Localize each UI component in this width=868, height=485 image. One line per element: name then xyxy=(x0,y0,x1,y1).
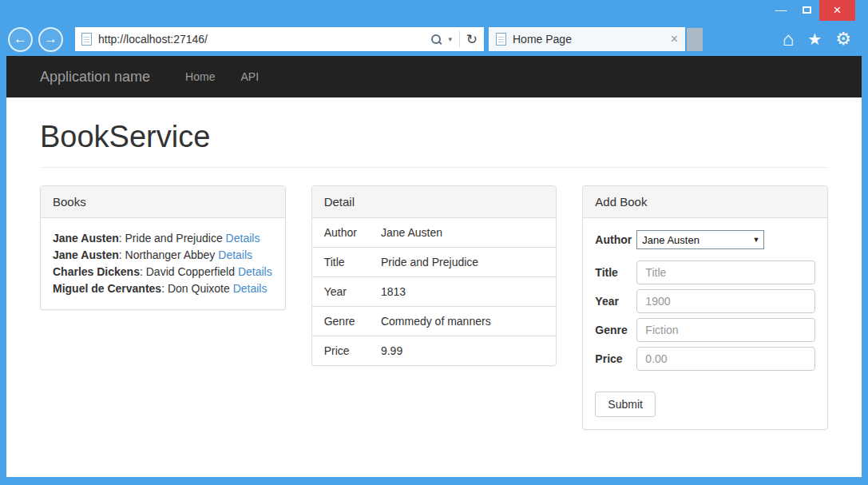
book-list-item: Jane Austen: Northanger Abbey Details xyxy=(53,247,273,264)
book-details-link[interactable]: Details xyxy=(226,232,260,244)
detail-value: 9.99 xyxy=(369,336,556,366)
book-details-link[interactable]: Details xyxy=(238,265,272,278)
address-bar-divider xyxy=(459,31,460,47)
book-author: Charles Dickens xyxy=(53,265,140,278)
year-input[interactable] xyxy=(636,289,815,313)
maximize-icon xyxy=(803,6,811,14)
book-title: Pride and Prejudice xyxy=(125,232,223,244)
search-icon[interactable] xyxy=(430,34,442,46)
close-icon: × xyxy=(834,2,842,18)
book-title: David Copperfield xyxy=(146,265,235,278)
navbar-brand[interactable]: Application name xyxy=(40,69,150,85)
search-dropdown-caret-icon[interactable]: ▼ xyxy=(447,36,454,43)
detail-value: 1813 xyxy=(369,277,556,307)
book-author: Miguel de Cervantes xyxy=(53,282,161,295)
refresh-icon[interactable]: ↻ xyxy=(466,33,478,46)
price-input[interactable] xyxy=(636,347,815,371)
nav-api-link[interactable]: API xyxy=(240,70,259,83)
book-title: Northanger Abbey xyxy=(125,248,216,261)
tab-page-icon xyxy=(496,33,506,46)
books-list: Jane Austen: Pride and Prejudice Details… xyxy=(41,218,285,309)
book-author: Jane Austen xyxy=(53,248,119,261)
browser-window: — × ← → http://localhost:27146/ ▼ ↻ xyxy=(0,0,868,485)
book-details-link[interactable]: Details xyxy=(233,282,268,295)
book-list-item: Charles Dickens: David Copperfield Detai… xyxy=(53,264,273,280)
detail-row: Genre Commedy of manners xyxy=(312,307,557,336)
detail-table: Author Jane Austen Title Pride and Preju… xyxy=(312,218,557,365)
title-bar: — × xyxy=(0,0,868,26)
app-navbar: Application name Home API xyxy=(6,56,862,97)
year-field-row: Year xyxy=(595,289,815,313)
maximize-button[interactable] xyxy=(794,0,819,19)
settings-gear-icon[interactable]: ⚙ xyxy=(835,30,851,48)
price-field-row: Price xyxy=(595,347,815,371)
new-tab-button[interactable] xyxy=(687,28,703,51)
book-title: Don Quixote xyxy=(168,282,230,295)
books-panel: Books Jane Austen: Pride and Prejudice D… xyxy=(40,185,286,310)
detail-row: Author Jane Austen xyxy=(312,218,557,248)
detail-row: Year 1813 xyxy=(312,277,557,307)
detail-label: Year xyxy=(312,277,369,307)
browser-toolbar: ← → http://localhost:27146/ ▼ ↻ Home Pag… xyxy=(0,27,868,51)
year-field-label: Year xyxy=(595,295,636,308)
browser-actions: ⌂ ★ ⚙ xyxy=(783,30,868,49)
genre-field-label: Genre xyxy=(595,324,636,336)
back-button[interactable]: ← xyxy=(8,27,33,52)
title-divider xyxy=(40,167,828,168)
author-select-wrap: Jane Austen ▼ xyxy=(636,230,764,249)
nav-home-link[interactable]: Home xyxy=(185,70,215,83)
minimize-icon: — xyxy=(775,3,787,16)
book-separator: : xyxy=(140,265,143,278)
title-field-label: Title xyxy=(595,266,636,279)
detail-label: Title xyxy=(312,248,369,277)
detail-value: Jane Austen xyxy=(369,218,556,248)
title-input[interactable] xyxy=(636,260,815,284)
close-button[interactable]: × xyxy=(819,0,855,21)
price-field-label: Price xyxy=(595,352,636,365)
forward-icon: → xyxy=(44,31,57,47)
detail-row: Title Pride and Prejudice xyxy=(312,248,557,277)
favorites-star-icon[interactable]: ★ xyxy=(807,31,822,47)
address-bar[interactable]: http://localhost:27146/ ▼ ↻ xyxy=(75,27,484,51)
author-select[interactable]: Jane Austen xyxy=(636,230,764,249)
page-content: BookService Books Jane Austen: Pride and… xyxy=(6,120,862,430)
detail-label: Price xyxy=(312,336,369,366)
page-icon xyxy=(81,33,92,46)
book-separator: : xyxy=(119,248,122,261)
detail-panel: Detail Author Jane Austen Title Pride an… xyxy=(311,185,557,366)
page-title: BookService xyxy=(40,120,828,154)
author-field-label: Author xyxy=(595,233,636,246)
book-author: Jane Austen xyxy=(53,232,119,244)
home-icon[interactable]: ⌂ xyxy=(783,30,795,49)
navbar-links: Home API xyxy=(185,70,259,83)
genre-field-row: Genre xyxy=(595,318,815,342)
detail-value: Pride and Prejudice xyxy=(369,248,556,277)
detail-value: Commedy of manners xyxy=(369,307,556,336)
detail-label: Author xyxy=(312,218,369,248)
detail-row: Price 9.99 xyxy=(312,336,557,366)
url-text[interactable]: http://localhost:27146/ xyxy=(98,33,430,46)
title-field-row: Title xyxy=(595,260,815,284)
tab-close-icon[interactable]: × xyxy=(671,33,678,46)
detail-label: Genre xyxy=(312,307,369,336)
add-book-form: Author Jane Austen ▼ Title xyxy=(583,218,827,429)
window-controls: — × xyxy=(768,0,855,21)
back-icon: ← xyxy=(14,31,27,47)
add-book-panel: Add Book Author Jane Austen ▼ xyxy=(582,185,828,430)
book-separator: : xyxy=(119,232,122,244)
book-details-link[interactable]: Details xyxy=(218,248,252,261)
book-list-item: Jane Austen: Pride and Prejudice Details xyxy=(53,230,273,247)
page-viewport: Application name Home API BookService Bo… xyxy=(6,56,862,477)
forward-button[interactable]: → xyxy=(38,27,63,52)
submit-button[interactable]: Submit xyxy=(595,392,656,417)
tab-title: Home Page xyxy=(513,33,671,46)
book-list-item: Miguel de Cervantes: Don Quixote Details xyxy=(53,280,273,297)
add-book-panel-title: Add Book xyxy=(583,186,827,218)
minimize-button[interactable]: — xyxy=(768,0,794,19)
panels-row: Books Jane Austen: Pride and Prejudice D… xyxy=(40,185,828,430)
browser-tab[interactable]: Home Page × xyxy=(489,27,685,51)
genre-input[interactable] xyxy=(636,318,815,342)
book-separator: : xyxy=(161,282,164,295)
author-field-row: Author Jane Austen ▼ xyxy=(595,230,815,249)
detail-panel-title: Detail xyxy=(312,186,557,218)
